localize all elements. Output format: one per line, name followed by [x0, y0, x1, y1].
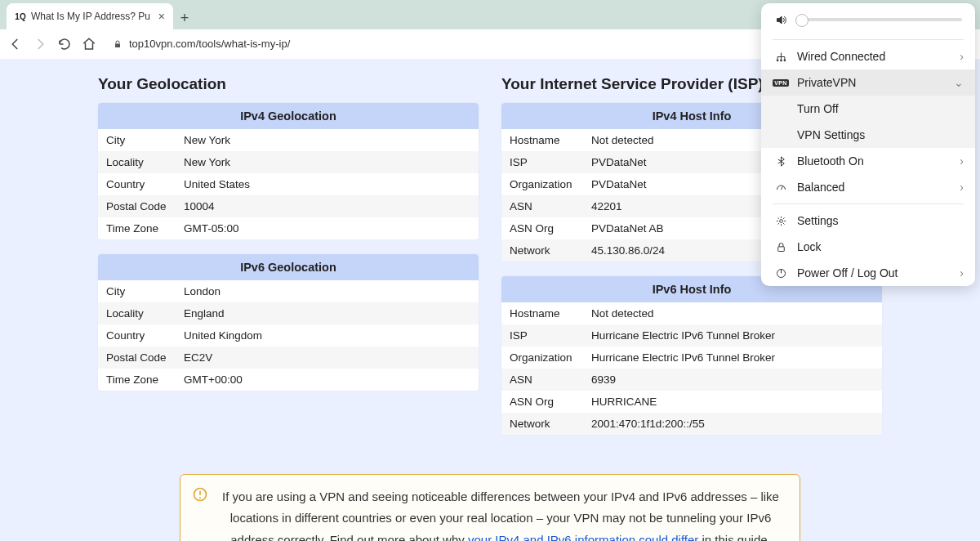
tray-label: Wired Connected: [797, 50, 885, 63]
tray-label: PrivateVPN: [797, 76, 856, 89]
speedometer-icon: [774, 181, 787, 194]
table-row: Time ZoneGMT+00:00: [98, 369, 479, 391]
browser-tab[interactable]: 1Q What Is My IP Address? Pu ×: [7, 3, 173, 29]
system-tray-panel: Wired Connected › VPN PrivateVPN ⌄ Turn …: [761, 3, 975, 286]
power-icon: [774, 266, 787, 279]
tray-settings[interactable]: Settings: [761, 208, 975, 234]
tray-label: Bluetooth On: [797, 154, 864, 168]
vpn-notice: If you are using a VPN and seeing notice…: [180, 474, 800, 541]
table-row: LocalityNew York: [98, 151, 479, 173]
table-row: CountryUnited States: [98, 173, 479, 195]
new-tab-button[interactable]: +: [173, 7, 196, 29]
volume-row: [761, 3, 975, 36]
svg-rect-12: [777, 246, 784, 251]
lock-icon: [774, 240, 787, 253]
tray-divider: [773, 203, 964, 204]
chevron-right-icon: ›: [960, 154, 964, 168]
svg-point-6: [199, 497, 201, 499]
table-row: ISPHurricane Electric IPv6 Tunnel Broker: [501, 324, 882, 347]
gear-icon: [774, 214, 787, 227]
volume-slider[interactable]: [795, 18, 962, 21]
panel-title: IPv6 Geolocation: [98, 254, 479, 280]
tray-power[interactable]: Power Off / Log Out ›: [761, 260, 975, 286]
network-icon: [774, 50, 787, 63]
notice-text-post: in this guide.: [698, 533, 770, 542]
tray-vpn-submenu: Turn Off VPN Settings: [761, 96, 975, 148]
tray-bluetooth[interactable]: Bluetooth On ›: [761, 148, 975, 174]
geolocation-heading: Your Geolocation: [98, 75, 479, 93]
chevron-right-icon: ›: [960, 50, 964, 63]
table-row: ASN6939: [501, 369, 882, 391]
forward-button[interactable]: [33, 37, 47, 51]
tray-label: Power Off / Log Out: [797, 266, 898, 279]
tray-lock[interactable]: Lock: [761, 234, 975, 260]
svg-point-11: [779, 219, 782, 222]
tab-favicon-icon: 1Q: [15, 11, 26, 22]
home-button[interactable]: [82, 37, 96, 51]
tab-title: What Is My IP Address? Pu: [31, 11, 150, 22]
close-icon[interactable]: ×: [158, 10, 165, 23]
bluetooth-icon: [774, 154, 787, 168]
vpn-icon: VPN: [774, 76, 787, 89]
svg-line-10: [781, 186, 782, 190]
table-row: CityNew York: [98, 129, 479, 151]
chevron-down-icon: ⌄: [954, 76, 964, 89]
svg-rect-0: [115, 43, 120, 47]
tray-label: VPN Settings: [797, 128, 865, 141]
reload-button[interactable]: [57, 37, 72, 51]
table-row: LocalityEngland: [98, 302, 479, 324]
warning-icon: [192, 486, 208, 503]
tray-label: Turn Off: [797, 102, 839, 115]
table-row: Network2001:470:1f1d:200::/55: [501, 413, 882, 435]
lock-icon: [113, 39, 122, 49]
table-row: CountryUnited Kingdom: [98, 324, 479, 347]
tray-divider: [773, 39, 964, 40]
back-button[interactable]: [8, 37, 23, 51]
ipv4-geolocation-panel: IPv4 Geolocation CityNew York LocalityNe…: [98, 103, 479, 239]
tray-label: Balanced: [797, 181, 844, 194]
table-row: Postal CodeEC2V: [98, 347, 479, 369]
tray-vpn-settings[interactable]: VPN Settings: [761, 122, 975, 148]
url-text: top10vpn.com/tools/what-is-my-ip/: [129, 38, 290, 50]
chevron-right-icon: ›: [960, 266, 964, 279]
chevron-right-icon: ›: [960, 181, 964, 194]
panel-title: IPv4 Geolocation: [98, 103, 479, 129]
table-row: HostnameNot detected: [501, 302, 882, 324]
notice-link[interactable]: your IPv4 and IPv6 information could dif…: [468, 533, 698, 542]
table-row: OrganizationHurricane Electric IPv6 Tunn…: [501, 347, 882, 369]
table-row: Time ZoneGMT-05:00: [98, 217, 479, 239]
table-row: CityLondon: [98, 280, 479, 302]
tray-vpn[interactable]: VPN PrivateVPN ⌄: [761, 69, 975, 96]
table-row: ASN OrgHURRICANE: [501, 391, 882, 413]
volume-icon: [774, 13, 787, 26]
ipv6-geolocation-panel: IPv6 Geolocation CityLondon LocalityEngl…: [98, 254, 479, 391]
table-row: Postal Code10004: [98, 195, 479, 217]
tray-label: Lock: [797, 240, 822, 253]
tray-wired[interactable]: Wired Connected ›: [761, 43, 975, 69]
tray-label: Settings: [797, 214, 839, 227]
tray-vpn-turnoff[interactable]: Turn Off: [761, 96, 975, 122]
tray-balanced[interactable]: Balanced ›: [761, 174, 975, 200]
ipv6-host-panel: IPv6 Host Info HostnameNot detected ISPH…: [501, 276, 882, 435]
